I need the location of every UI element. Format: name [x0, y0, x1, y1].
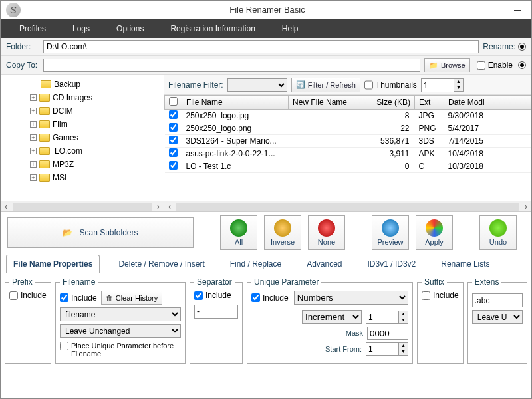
tree-item[interactable]: +MSI [1, 171, 164, 184]
thumbnails-checkbox[interactable]: Thumbnails [364, 78, 417, 92]
prefix-include-checkbox[interactable]: Include [9, 291, 47, 300]
copyto-path-input[interactable] [43, 59, 420, 72]
cell-newname [289, 122, 368, 135]
tree-hscrollbar[interactable]: ‹ › [1, 201, 164, 211]
expander-icon[interactable]: + [30, 161, 37, 168]
extension-input[interactable] [472, 293, 523, 307]
filename-filter-select[interactable] [227, 78, 287, 92]
table-row[interactable]: LO - Test 1.c 0 C 10/3/2018 [165, 160, 531, 173]
trash-icon: 🗑 [106, 294, 113, 302]
scroll-right-icon[interactable]: › [521, 202, 531, 211]
filename-select[interactable]: filename [60, 307, 181, 321]
clear-history-button[interactable]: 🗑Clear History [101, 291, 163, 305]
copy-radio[interactable] [518, 61, 526, 69]
enable-checkbox[interactable]: Enable [477, 61, 513, 70]
folder-tree[interactable]: Backup+CD Images+DCIM+Film+Games+LO.com+… [1, 75, 164, 211]
col-size[interactable]: Size (KB) [368, 96, 415, 110]
apply-button[interactable]: Apply [416, 215, 453, 250]
expander-icon[interactable]: + [30, 134, 37, 141]
spin-up-icon[interactable]: ▲ [454, 79, 463, 85]
select-none-button[interactable]: None [308, 215, 345, 250]
col-ext[interactable]: Ext [415, 96, 444, 110]
table-row[interactable]: 250x250_logo.png 22 PNG 5/4/2017 [165, 122, 531, 135]
scroll-thumb[interactable] [13, 203, 152, 211]
unique-step-spinner[interactable]: ▲▼ [366, 311, 408, 324]
expander-icon[interactable]: + [30, 148, 37, 154]
row-checkbox[interactable] [169, 148, 178, 157]
menu-registration[interactable]: Registration Information [157, 19, 268, 38]
col-filename[interactable]: File Name [182, 96, 289, 110]
minimize-button[interactable]: – [509, 3, 526, 17]
menu-options[interactable]: Options [103, 19, 157, 38]
folder-icon [41, 80, 51, 88]
tree-item[interactable]: +CD Images [1, 91, 164, 104]
file-grid[interactable]: File Name New File Name Size (KB) Ext Da… [164, 95, 531, 201]
filename-case-select[interactable]: Leave Unchanged [60, 324, 181, 338]
tree-item[interactable]: +Games [1, 131, 164, 144]
select-all-button[interactable]: All [220, 215, 257, 250]
unique-type-select[interactable]: Numbers [294, 291, 408, 305]
cell-filename: 250x250_logo.png [182, 122, 289, 135]
tab-id3[interactable]: ID3v1 / ID3v2 [361, 255, 423, 273]
unique-legend: Unique Parameter [251, 277, 321, 287]
extension-case-select[interactable]: Leave U [472, 310, 523, 324]
expander-icon[interactable]: + [30, 174, 37, 181]
separator-group: Separator Include [190, 277, 243, 364]
start-from-spinner[interactable]: ▲▼ [366, 342, 408, 356]
row-checkbox[interactable] [169, 136, 178, 144]
col-newname[interactable]: New File Name [289, 96, 368, 110]
tree-item[interactable]: +Film [1, 118, 164, 131]
col-check[interactable] [165, 96, 182, 110]
filename-filter-label: Filename Filter: [168, 80, 223, 90]
place-unique-checkbox[interactable]: Place Unique Parameter before Filename [60, 342, 181, 358]
menu-logs[interactable]: Logs [59, 19, 103, 38]
tree-item[interactable]: Backup [1, 78, 164, 91]
unique-mode-select[interactable]: Increment [302, 310, 362, 324]
tree-item-label: MSI [53, 173, 66, 182]
thumb-size-spinner[interactable]: ▲▼ [421, 78, 464, 92]
tab-rename-lists[interactable]: Rename Lists [434, 255, 496, 273]
separator-input[interactable] [194, 305, 238, 319]
menu-profiles[interactable]: Profiles [6, 19, 59, 38]
scan-subfolders-button[interactable]: 📂 Scan Subfolders [7, 217, 194, 248]
scroll-left-icon[interactable]: ‹ [164, 202, 175, 211]
tab-filename-properties[interactable]: File Name Properties [6, 255, 100, 273]
swap-icon [274, 219, 291, 237]
suffix-include-checkbox[interactable]: Include [422, 291, 459, 300]
table-row[interactable]: 3DS1264 - Super Mario... 536,871 3DS 7/1… [165, 135, 531, 148]
unique-include-checkbox[interactable]: Include [251, 293, 289, 303]
mask-input[interactable] [367, 327, 408, 340]
grid-hscrollbar[interactable]: ‹ › [164, 201, 531, 211]
separator-include-checkbox[interactable]: Include [194, 291, 231, 300]
select-inverse-button[interactable]: Inverse [264, 215, 301, 250]
table-row[interactable]: asus-pc-link-2-0-0-22-1... 3,911 APK 10/… [165, 148, 531, 160]
expander-icon[interactable]: + [30, 121, 37, 128]
scroll-left-icon[interactable]: ‹ [1, 202, 11, 211]
thumb-size-input[interactable] [422, 79, 454, 92]
menu-help[interactable]: Help [269, 19, 312, 38]
expander-icon[interactable]: + [30, 94, 37, 101]
col-date[interactable]: Date Modi [444, 96, 531, 110]
rename-radio[interactable] [518, 43, 526, 51]
tree-item[interactable]: +MP3Z [1, 158, 164, 171]
scroll-thumb[interactable] [176, 203, 519, 211]
folder-path-input[interactable] [43, 40, 479, 53]
row-checkbox[interactable] [169, 123, 178, 132]
tree-item[interactable]: +LO.com [1, 144, 164, 158]
preview-button[interactable]: Preview [372, 215, 409, 250]
tab-delete-remove-insert[interactable]: Delete / Remove / Insert [112, 255, 211, 273]
table-row[interactable]: 250x250_logo.jpg 8 JPG 9/30/2018 [165, 110, 531, 122]
browse-button[interactable]: 📁 Browse [424, 58, 470, 72]
row-checkbox[interactable] [169, 161, 178, 170]
row-checkbox[interactable] [169, 110, 178, 119]
cell-filename: asus-pc-link-2-0-0-22-1... [182, 148, 289, 160]
spin-down-icon[interactable]: ▼ [454, 85, 463, 91]
scroll-right-icon[interactable]: › [153, 202, 164, 211]
undo-button[interactable]: Undo [479, 215, 517, 250]
tree-item[interactable]: +DCIM [1, 104, 164, 118]
tab-find-replace[interactable]: Find / Replace [223, 255, 288, 273]
expander-icon[interactable]: + [30, 108, 37, 114]
filename-include-checkbox[interactable]: Include [60, 293, 97, 303]
filter-refresh-button[interactable]: 🔄 Filter / Refresh [291, 78, 360, 92]
tab-advanced[interactable]: Advanced [300, 255, 348, 273]
